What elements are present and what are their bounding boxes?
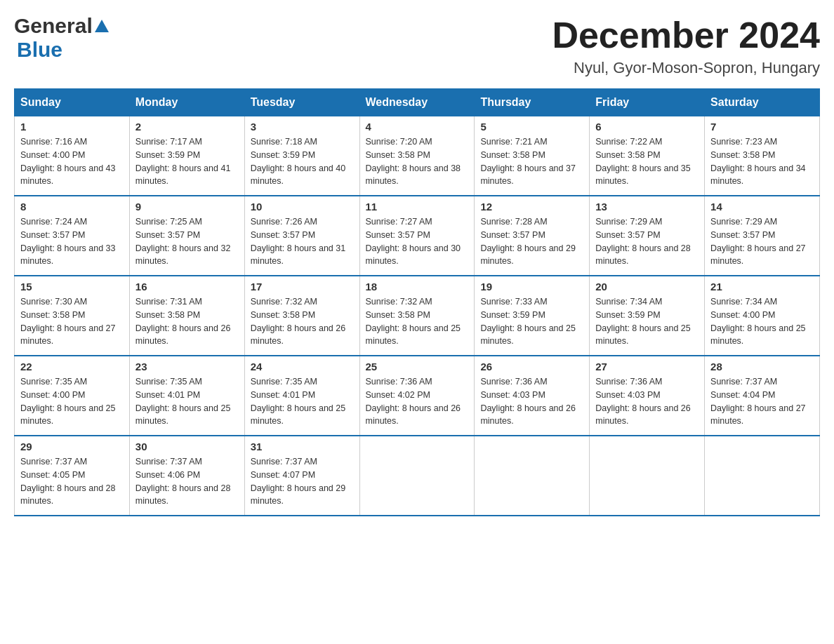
day-info: Sunrise: 7:34 AM Sunset: 4:00 PM Dayligh… (710, 295, 814, 348)
day-number: 15 (20, 281, 124, 293)
table-row: 24 Sunrise: 7:35 AM Sunset: 4:01 PM Dayl… (244, 356, 359, 436)
table-row (705, 436, 820, 516)
day-number: 23 (135, 361, 239, 373)
page-subtitle: Nyul, Gyor-Moson-Sopron, Hungary (552, 59, 820, 77)
day-info: Sunrise: 7:22 AM Sunset: 3:58 PM Dayligh… (595, 135, 699, 188)
day-number: 12 (480, 201, 583, 213)
table-row: 6 Sunrise: 7:22 AM Sunset: 3:58 PM Dayli… (590, 116, 705, 196)
day-number: 2 (135, 121, 239, 133)
day-info: Sunrise: 7:27 AM Sunset: 3:57 PM Dayligh… (366, 215, 469, 268)
table-row: 14 Sunrise: 7:29 AM Sunset: 3:57 PM Dayl… (705, 196, 820, 276)
day-number: 7 (710, 121, 814, 133)
table-row (359, 436, 475, 516)
calendar-header-row: Sunday Monday Tuesday Wednesday Thursday… (15, 89, 820, 116)
day-number: 6 (595, 121, 699, 133)
day-number: 8 (20, 201, 124, 213)
day-number: 30 (135, 441, 239, 452)
table-row: 7 Sunrise: 7:23 AM Sunset: 3:58 PM Dayli… (705, 116, 820, 196)
table-row: 17 Sunrise: 7:32 AM Sunset: 3:58 PM Dayl… (244, 276, 359, 356)
day-info: Sunrise: 7:35 AM Sunset: 4:00 PM Dayligh… (20, 375, 124, 428)
day-number: 4 (366, 121, 469, 133)
day-info: Sunrise: 7:37 AM Sunset: 4:06 PM Dayligh… (135, 455, 239, 508)
day-info: Sunrise: 7:18 AM Sunset: 3:59 PM Dayligh… (251, 135, 354, 188)
day-info: Sunrise: 7:20 AM Sunset: 3:58 PM Dayligh… (366, 135, 469, 188)
table-row: 16 Sunrise: 7:31 AM Sunset: 3:58 PM Dayl… (129, 276, 244, 356)
table-row: 21 Sunrise: 7:34 AM Sunset: 4:00 PM Dayl… (705, 276, 820, 356)
table-row: 4 Sunrise: 7:20 AM Sunset: 3:58 PM Dayli… (359, 116, 475, 196)
table-row: 27 Sunrise: 7:36 AM Sunset: 4:03 PM Dayl… (590, 356, 705, 436)
day-number: 16 (135, 281, 239, 293)
day-info: Sunrise: 7:32 AM Sunset: 3:58 PM Dayligh… (366, 295, 469, 348)
table-row: 31 Sunrise: 7:37 AM Sunset: 4:07 PM Dayl… (244, 436, 359, 516)
title-area: December 2024 Nyul, Gyor-Moson-Sopron, H… (552, 14, 820, 77)
col-tuesday: Tuesday (244, 89, 359, 116)
day-number: 27 (595, 361, 699, 373)
col-thursday: Thursday (475, 89, 590, 116)
table-row: 9 Sunrise: 7:25 AM Sunset: 3:57 PM Dayli… (129, 196, 244, 276)
table-row: 15 Sunrise: 7:30 AM Sunset: 3:58 PM Dayl… (15, 276, 130, 356)
table-row: 1 Sunrise: 7:16 AM Sunset: 4:00 PM Dayli… (15, 116, 130, 196)
day-number: 19 (480, 281, 583, 293)
day-number: 20 (595, 281, 699, 293)
table-row: 3 Sunrise: 7:18 AM Sunset: 3:59 PM Dayli… (244, 116, 359, 196)
table-row: 20 Sunrise: 7:34 AM Sunset: 3:59 PM Dayl… (590, 276, 705, 356)
day-number: 14 (710, 201, 814, 213)
day-info: Sunrise: 7:32 AM Sunset: 3:58 PM Dayligh… (251, 295, 354, 348)
day-info: Sunrise: 7:31 AM Sunset: 3:58 PM Dayligh… (135, 295, 239, 348)
day-info: Sunrise: 7:30 AM Sunset: 3:58 PM Dayligh… (20, 295, 124, 348)
table-row: 22 Sunrise: 7:35 AM Sunset: 4:00 PM Dayl… (15, 356, 130, 436)
day-info: Sunrise: 7:37 AM Sunset: 4:04 PM Dayligh… (710, 375, 814, 428)
table-row: 25 Sunrise: 7:36 AM Sunset: 4:02 PM Dayl… (359, 356, 475, 436)
table-row: 11 Sunrise: 7:27 AM Sunset: 3:57 PM Dayl… (359, 196, 475, 276)
day-info: Sunrise: 7:33 AM Sunset: 3:59 PM Dayligh… (480, 295, 583, 348)
table-row: 30 Sunrise: 7:37 AM Sunset: 4:06 PM Dayl… (129, 436, 244, 516)
day-number: 28 (710, 361, 814, 373)
day-number: 21 (710, 281, 814, 293)
day-number: 9 (135, 201, 239, 213)
day-info: Sunrise: 7:23 AM Sunset: 3:58 PM Dayligh… (710, 135, 814, 188)
logo-blue-text: Blue (17, 38, 111, 62)
header: General Blue December 2024 Nyul, Gyor-Mo… (14, 14, 820, 77)
day-number: 18 (366, 281, 469, 293)
table-row: 29 Sunrise: 7:37 AM Sunset: 4:05 PM Dayl… (15, 436, 130, 516)
table-row: 5 Sunrise: 7:21 AM Sunset: 3:58 PM Dayli… (475, 116, 590, 196)
day-info: Sunrise: 7:35 AM Sunset: 4:01 PM Dayligh… (251, 375, 354, 428)
table-row: 18 Sunrise: 7:32 AM Sunset: 3:58 PM Dayl… (359, 276, 475, 356)
day-info: Sunrise: 7:24 AM Sunset: 3:57 PM Dayligh… (20, 215, 124, 268)
day-number: 11 (366, 201, 469, 213)
table-row: 8 Sunrise: 7:24 AM Sunset: 3:57 PM Dayli… (15, 196, 130, 276)
table-row: 19 Sunrise: 7:33 AM Sunset: 3:59 PM Dayl… (475, 276, 590, 356)
day-number: 17 (251, 281, 354, 293)
day-number: 10 (251, 201, 354, 213)
table-row (590, 436, 705, 516)
calendar-week-row: 8 Sunrise: 7:24 AM Sunset: 3:57 PM Dayli… (15, 196, 820, 276)
calendar-week-row: 15 Sunrise: 7:30 AM Sunset: 3:58 PM Dayl… (15, 276, 820, 356)
day-number: 25 (366, 361, 469, 373)
col-wednesday: Wednesday (359, 89, 475, 116)
day-number: 29 (20, 441, 124, 452)
table-row: 10 Sunrise: 7:26 AM Sunset: 3:57 PM Dayl… (244, 196, 359, 276)
day-info: Sunrise: 7:34 AM Sunset: 3:59 PM Dayligh… (595, 295, 699, 348)
day-number: 1 (20, 121, 124, 133)
day-number: 13 (595, 201, 699, 213)
table-row: 28 Sunrise: 7:37 AM Sunset: 4:04 PM Dayl… (705, 356, 820, 436)
col-friday: Friday (590, 89, 705, 116)
day-number: 31 (251, 441, 354, 452)
table-row: 13 Sunrise: 7:29 AM Sunset: 3:57 PM Dayl… (590, 196, 705, 276)
day-number: 24 (251, 361, 354, 373)
logo: General Blue (14, 14, 111, 62)
table-row: 12 Sunrise: 7:28 AM Sunset: 3:57 PM Dayl… (475, 196, 590, 276)
col-sunday: Sunday (15, 89, 130, 116)
day-info: Sunrise: 7:28 AM Sunset: 3:57 PM Dayligh… (480, 215, 583, 268)
day-info: Sunrise: 7:29 AM Sunset: 3:57 PM Dayligh… (710, 215, 814, 268)
calendar-week-row: 22 Sunrise: 7:35 AM Sunset: 4:00 PM Dayl… (15, 356, 820, 436)
table-row (475, 436, 590, 516)
calendar-table: Sunday Monday Tuesday Wednesday Thursday… (14, 88, 820, 516)
table-row: 23 Sunrise: 7:35 AM Sunset: 4:01 PM Dayl… (129, 356, 244, 436)
table-row: 26 Sunrise: 7:36 AM Sunset: 4:03 PM Dayl… (475, 356, 590, 436)
calendar-week-row: 1 Sunrise: 7:16 AM Sunset: 4:00 PM Dayli… (15, 116, 820, 196)
col-monday: Monday (129, 89, 244, 116)
day-info: Sunrise: 7:37 AM Sunset: 4:05 PM Dayligh… (20, 455, 124, 508)
day-number: 22 (20, 361, 124, 373)
logo-general-text: General (14, 14, 93, 38)
